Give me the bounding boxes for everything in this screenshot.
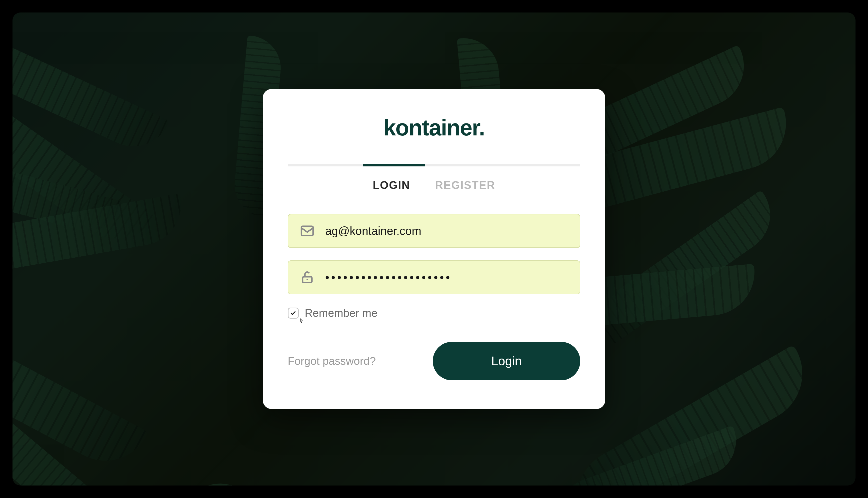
auth-tabs: LOGIN REGISTER [288,179,580,192]
svg-rect-0 [301,226,313,235]
tabs-indicator-active [363,164,425,167]
tabs-indicator-bar [288,164,580,167]
bottom-actions-row: Forgot password? Login [288,342,580,380]
unlock-icon [300,270,314,284]
forgot-password-link[interactable]: Forgot password? [288,355,376,367]
password-input[interactable]: ••••••••••••••••••••• [325,272,452,283]
password-field-wrapper[interactable]: ••••••••••••••••••••• [288,260,580,294]
login-button[interactable]: Login [433,342,580,380]
email-input[interactable] [325,224,568,238]
remember-me-label: Remember me [305,307,377,319]
brand-logo-text: kontainer. [383,115,484,140]
remember-me-row: Remember me [288,307,580,319]
email-field-wrapper[interactable] [288,214,580,248]
brand-logo: kontainer. [288,116,580,139]
tab-login[interactable]: LOGIN [373,179,410,192]
background-container: kontainer. LOGIN REGISTER [13,13,855,485]
pointer-cursor-icon [298,318,305,325]
login-card: kontainer. LOGIN REGISTER [263,89,605,409]
remember-me-checkbox[interactable] [288,307,299,318]
tab-register[interactable]: REGISTER [435,179,495,192]
outer-frame: kontainer. LOGIN REGISTER [0,0,868,498]
check-icon [290,310,297,316]
envelope-icon [300,224,314,238]
